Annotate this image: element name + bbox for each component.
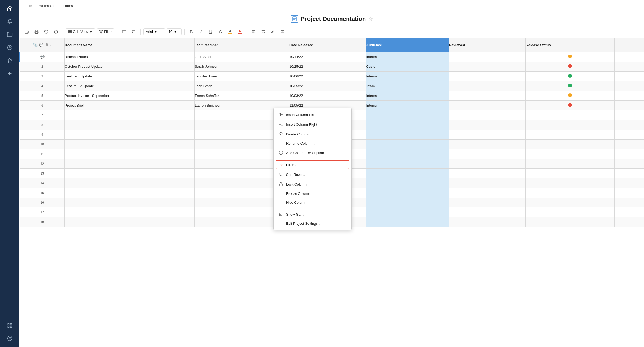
cell-reviewed[interactable] bbox=[449, 81, 525, 91]
menu-forms[interactable]: Forms bbox=[60, 3, 76, 9]
cell-date-released[interactable]: 10/06/22 bbox=[289, 72, 366, 81]
cell-release-status[interactable] bbox=[526, 52, 614, 62]
cell-doc-name[interactable]: October Product Update bbox=[65, 62, 194, 72]
menu-file[interactable]: File bbox=[24, 3, 35, 9]
ctx-sort-rows[interactable]: Sort Rows... bbox=[274, 170, 351, 179]
cell-release-status[interactable] bbox=[526, 140, 614, 149]
history-icon[interactable]: 🗑 bbox=[45, 43, 49, 47]
cell-doc-name[interactable]: Product Invoice - September bbox=[65, 91, 194, 101]
cell-release-status[interactable] bbox=[526, 188, 614, 198]
cell-release-status[interactable] bbox=[526, 207, 614, 217]
cell-doc-name[interactable] bbox=[65, 207, 194, 217]
cell-doc-name[interactable]: Feature 4 Update bbox=[65, 72, 194, 81]
cell-audience[interactable]: Interna bbox=[366, 91, 449, 101]
cell-audience[interactable]: Custo bbox=[366, 62, 449, 72]
cell-reviewed[interactable] bbox=[449, 159, 525, 169]
clock-icon[interactable] bbox=[4, 42, 15, 53]
cell-release-status[interactable] bbox=[526, 110, 614, 120]
cell-audience[interactable] bbox=[366, 149, 449, 159]
menu-automation[interactable]: Automation bbox=[36, 3, 59, 9]
cell-release-status[interactable] bbox=[526, 91, 614, 101]
cell-release-status[interactable] bbox=[526, 217, 614, 227]
redo-button[interactable] bbox=[52, 28, 60, 36]
cell-audience[interactable] bbox=[366, 140, 449, 149]
col-header-document-name[interactable]: Document Name bbox=[65, 38, 194, 52]
cell-audience[interactable] bbox=[366, 130, 449, 140]
col-header-release-status[interactable]: Release Status bbox=[526, 38, 614, 52]
cell-team-member[interactable]: Sarah Johnson bbox=[194, 62, 289, 72]
cell-date-released[interactable]: 10/25/22 bbox=[289, 62, 366, 72]
cell-release-status[interactable] bbox=[526, 178, 614, 188]
help-icon[interactable] bbox=[4, 333, 15, 344]
cell-reviewed[interactable] bbox=[449, 149, 525, 159]
align-left-button[interactable] bbox=[250, 28, 258, 36]
cell-date-released[interactable]: 10/14/22 bbox=[289, 52, 366, 62]
ctx-filter[interactable]: Filter... bbox=[276, 160, 349, 169]
cell-doc-name[interactable] bbox=[65, 120, 194, 130]
bold-button[interactable]: B bbox=[187, 28, 195, 36]
cell-doc-name[interactable] bbox=[65, 130, 194, 140]
cell-audience[interactable] bbox=[366, 169, 449, 178]
cell-reviewed[interactable] bbox=[449, 120, 525, 130]
cell-reviewed[interactable] bbox=[449, 62, 525, 72]
cell-release-status[interactable] bbox=[526, 159, 614, 169]
cell-release-status[interactable] bbox=[526, 130, 614, 140]
ctx-hide-col[interactable]: Hide Column bbox=[274, 198, 351, 207]
cell-audience[interactable] bbox=[366, 198, 449, 207]
print-button[interactable] bbox=[32, 28, 41, 36]
italic-button[interactable]: I bbox=[197, 28, 205, 36]
cell-release-status[interactable] bbox=[526, 81, 614, 91]
col-header-team-member[interactable]: Team Member bbox=[194, 38, 289, 52]
strikethrough-button[interactable]: S bbox=[216, 28, 224, 36]
cell-reviewed[interactable] bbox=[449, 169, 525, 178]
cell-doc-name[interactable] bbox=[65, 169, 194, 178]
cell-audience[interactable] bbox=[366, 178, 449, 188]
cell-doc-name[interactable] bbox=[65, 178, 194, 188]
cell-reviewed[interactable] bbox=[449, 198, 525, 207]
font-size-selector[interactable]: 10 ▼ bbox=[167, 28, 182, 35]
cell-audience[interactable] bbox=[366, 188, 449, 198]
ctx-insert-col-left[interactable]: Insert Column Left bbox=[274, 110, 351, 120]
format-button[interactable] bbox=[279, 28, 287, 36]
save-button[interactable] bbox=[23, 28, 31, 36]
cell-audience[interactable] bbox=[366, 159, 449, 169]
cell-team-member[interactable]: Emma Schaffer bbox=[194, 91, 289, 101]
cell-date-released[interactable]: 10/25/22 bbox=[289, 81, 366, 91]
ctx-lock-col[interactable]: Lock Column bbox=[274, 179, 351, 189]
folder-icon[interactable] bbox=[4, 29, 15, 40]
cell-team-member[interactable]: John Smith bbox=[194, 52, 289, 62]
col-header-add[interactable]: + bbox=[614, 38, 644, 52]
cell-doc-name[interactable]: Project Brief bbox=[65, 101, 194, 110]
ctx-rename-col[interactable]: Rename Column... bbox=[274, 139, 351, 148]
cell-doc-name[interactable] bbox=[65, 110, 194, 120]
ctx-show-gantt[interactable]: Show Gantt bbox=[274, 209, 351, 219]
bell-icon[interactable] bbox=[4, 16, 15, 27]
ctx-edit-settings[interactable]: Edit Project Settings... bbox=[274, 219, 351, 228]
cell-date-released[interactable]: 10/03/22 bbox=[289, 91, 366, 101]
ctx-add-desc[interactable]: Add Column Description... bbox=[274, 148, 351, 158]
comment-icon[interactable]: 💬 bbox=[39, 43, 43, 47]
wrap-text-button[interactable] bbox=[259, 28, 267, 36]
cell-doc-name[interactable] bbox=[65, 159, 194, 169]
ctx-insert-col-right[interactable]: Insert Column Right bbox=[274, 120, 351, 129]
cell-audience[interactable] bbox=[366, 217, 449, 227]
col-header-date-released[interactable]: Date Released bbox=[289, 38, 366, 52]
ctx-delete-col[interactable]: Delete Column bbox=[274, 129, 351, 139]
ctx-freeze-col[interactable]: Freeze Column bbox=[274, 189, 351, 198]
col-header-reviewed[interactable]: Reviewed bbox=[449, 38, 525, 52]
favorite-star-icon[interactable]: ☆ bbox=[368, 16, 373, 22]
text-color-button[interactable]: A bbox=[236, 28, 244, 36]
filter-dropdown[interactable]: Filter bbox=[97, 28, 114, 35]
cell-audience[interactable]: Team bbox=[366, 81, 449, 91]
cell-audience[interactable] bbox=[366, 120, 449, 130]
grid-view-dropdown[interactable]: Grid View ▼ bbox=[66, 28, 95, 35]
paperclip-icon[interactable]: 📎 bbox=[33, 43, 38, 47]
cell-audience[interactable] bbox=[366, 110, 449, 120]
cell-team-member[interactable]: John Smith bbox=[194, 81, 289, 91]
outdent-button[interactable] bbox=[130, 28, 138, 36]
cell-release-status[interactable] bbox=[526, 101, 614, 110]
cell-release-status[interactable] bbox=[526, 72, 614, 81]
add-icon[interactable] bbox=[4, 68, 15, 79]
cell-audience[interactable]: Interna bbox=[366, 101, 449, 110]
cell-reviewed[interactable] bbox=[449, 217, 525, 227]
